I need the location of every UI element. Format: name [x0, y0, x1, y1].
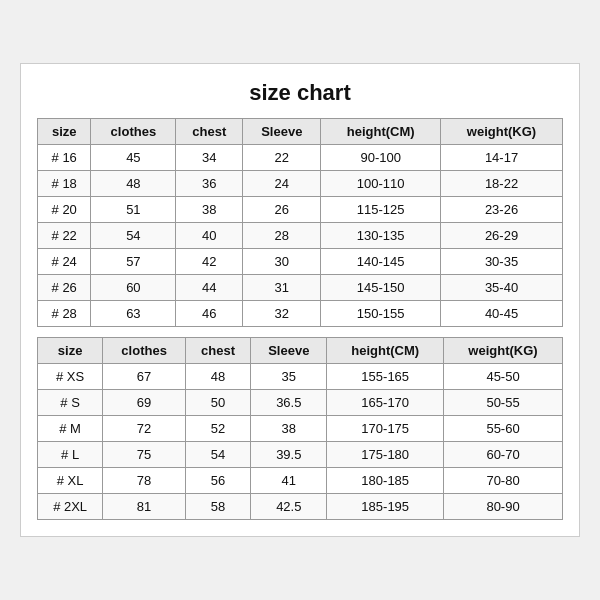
table-row: # 28634632150-15540-45: [38, 301, 563, 327]
section-gap: [37, 327, 563, 337]
table-cell: 40-45: [441, 301, 563, 327]
table-cell: 24: [243, 171, 321, 197]
table-cell: 41: [251, 468, 327, 494]
table-cell: 130-135: [321, 223, 441, 249]
table-cell: # 20: [38, 197, 91, 223]
table-cell: 34: [176, 145, 243, 171]
table-cell: 150-155: [321, 301, 441, 327]
table-cell: 38: [176, 197, 243, 223]
table1-header: size clothes chest Sleeve height(CM) wei…: [38, 119, 563, 145]
table-cell: 180-185: [327, 468, 444, 494]
table-cell: # 18: [38, 171, 91, 197]
table-cell: 26: [243, 197, 321, 223]
table-cell: 28: [243, 223, 321, 249]
table-cell: 100-110: [321, 171, 441, 197]
table-cell: # 28: [38, 301, 91, 327]
col-height-1: height(CM): [321, 119, 441, 145]
table-cell: 58: [185, 494, 250, 520]
table-cell: 38: [251, 416, 327, 442]
table-cell: 60-70: [444, 442, 563, 468]
table-cell: 23-26: [441, 197, 563, 223]
table-row: # XS674835155-16545-50: [38, 364, 563, 390]
table-cell: 90-100: [321, 145, 441, 171]
table-row: # 2XL815842.5185-19580-90: [38, 494, 563, 520]
size-table-1: size clothes chest Sleeve height(CM) wei…: [37, 118, 563, 327]
table-row: # 26604431145-15035-40: [38, 275, 563, 301]
table-row: # XL785641180-18570-80: [38, 468, 563, 494]
table-cell: 165-170: [327, 390, 444, 416]
table-cell: 175-180: [327, 442, 444, 468]
table-cell: 35-40: [441, 275, 563, 301]
table-cell: 51: [91, 197, 176, 223]
table-cell: 50: [185, 390, 250, 416]
col-weight-2: weight(KG): [444, 338, 563, 364]
table-row: # 22544028130-13526-29: [38, 223, 563, 249]
table-cell: # 22: [38, 223, 91, 249]
table-cell: 80-90: [444, 494, 563, 520]
table-cell: 42.5: [251, 494, 327, 520]
table-cell: 81: [103, 494, 186, 520]
table-cell: 72: [103, 416, 186, 442]
table-row: # M725238170-17555-60: [38, 416, 563, 442]
table-cell: 39.5: [251, 442, 327, 468]
table-cell: 63: [91, 301, 176, 327]
table-cell: # M: [38, 416, 103, 442]
col-chest-1: chest: [176, 119, 243, 145]
table-cell: 40: [176, 223, 243, 249]
table-cell: 18-22: [441, 171, 563, 197]
table-cell: 32: [243, 301, 321, 327]
col-sleeve-1: Sleeve: [243, 119, 321, 145]
col-size-1: size: [38, 119, 91, 145]
table-cell: 48: [91, 171, 176, 197]
table-row: # 18483624100-11018-22: [38, 171, 563, 197]
table-cell: 31: [243, 275, 321, 301]
table-cell: 14-17: [441, 145, 563, 171]
table-row: # L755439.5175-18060-70: [38, 442, 563, 468]
table-cell: # 16: [38, 145, 91, 171]
table-cell: 30-35: [441, 249, 563, 275]
table-cell: 36: [176, 171, 243, 197]
table-cell: 36.5: [251, 390, 327, 416]
table-cell: 75: [103, 442, 186, 468]
col-size-2: size: [38, 338, 103, 364]
table-cell: 57: [91, 249, 176, 275]
table-row: # S695036.5165-17050-55: [38, 390, 563, 416]
col-clothes-2: clothes: [103, 338, 186, 364]
table-cell: 44: [176, 275, 243, 301]
table-cell: 54: [185, 442, 250, 468]
table-cell: 30: [243, 249, 321, 275]
table-cell: 45: [91, 145, 176, 171]
table-cell: # XS: [38, 364, 103, 390]
table-cell: 48: [185, 364, 250, 390]
table-cell: 26-29: [441, 223, 563, 249]
table-row: # 20513826115-12523-26: [38, 197, 563, 223]
col-clothes-1: clothes: [91, 119, 176, 145]
table-cell: 67: [103, 364, 186, 390]
table-cell: 54: [91, 223, 176, 249]
table-cell: 140-145: [321, 249, 441, 275]
table-cell: 170-175: [327, 416, 444, 442]
table-cell: 78: [103, 468, 186, 494]
table-cell: # 26: [38, 275, 91, 301]
table-cell: 155-165: [327, 364, 444, 390]
table-cell: # 24: [38, 249, 91, 275]
table-cell: 46: [176, 301, 243, 327]
chart-title: size chart: [37, 80, 563, 106]
table2-body: # XS674835155-16545-50# S695036.5165-170…: [38, 364, 563, 520]
col-height-2: height(CM): [327, 338, 444, 364]
table1-body: # 1645342290-10014-17# 18483624100-11018…: [38, 145, 563, 327]
table-cell: # 2XL: [38, 494, 103, 520]
table-cell: # XL: [38, 468, 103, 494]
col-chest-2: chest: [185, 338, 250, 364]
table-cell: 22: [243, 145, 321, 171]
table-cell: 60: [91, 275, 176, 301]
table-cell: # S: [38, 390, 103, 416]
table-cell: 35: [251, 364, 327, 390]
col-sleeve-2: Sleeve: [251, 338, 327, 364]
table-cell: 45-50: [444, 364, 563, 390]
table-cell: 52: [185, 416, 250, 442]
table-cell: 55-60: [444, 416, 563, 442]
table-cell: 115-125: [321, 197, 441, 223]
table-row: # 24574230140-14530-35: [38, 249, 563, 275]
table-cell: 50-55: [444, 390, 563, 416]
